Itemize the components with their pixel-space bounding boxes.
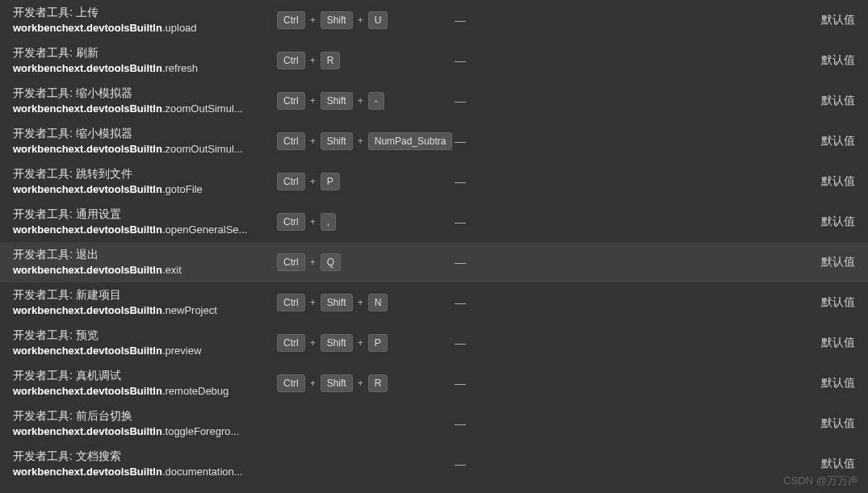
command-column: 开发者工具: 退出workbenchext.devtoolsBuiltIn.ex… bbox=[13, 247, 277, 278]
source-column: 默认值 bbox=[807, 215, 855, 229]
command-column: 开发者工具: 文档搜索workbenchext.devtoolsBuiltIn.… bbox=[13, 449, 277, 479]
command-title: 开发者工具: 跳转到文件 bbox=[13, 166, 277, 182]
shortcut-row[interactable]: 开发者工具: 前后台切换workbenchext.devtoolsBuiltIn… bbox=[0, 403, 868, 444]
command-title: 开发者工具: 缩小模拟器 bbox=[13, 86, 277, 102]
key-badge: Q bbox=[321, 253, 341, 272]
keybinding-column[interactable]: Ctrl+Shift+U bbox=[277, 11, 455, 30]
shortcut-row[interactable]: 开发者工具: 缩小模拟器workbenchext.devtoolsBuiltIn… bbox=[0, 121, 868, 161]
command-id: workbenchext.devtoolsBuiltIn.zoomOutSimu… bbox=[13, 102, 277, 116]
key-badge: Shift bbox=[321, 374, 353, 393]
key-badge: Ctrl bbox=[277, 334, 305, 353]
key-badge: Ctrl bbox=[277, 92, 305, 111]
key-badge: Shift bbox=[321, 294, 353, 312]
shortcut-row[interactable]: 开发者工具: 跳转到文件workbenchext.devtoolsBuiltIn… bbox=[0, 161, 868, 202]
key-separator: + bbox=[308, 257, 317, 268]
key-badge: Ctrl bbox=[277, 253, 305, 272]
keybinding-column[interactable]: Ctrl+, bbox=[277, 213, 455, 232]
shortcut-row[interactable]: 开发者工具: 文档搜索workbenchext.devtoolsBuiltIn.… bbox=[0, 444, 868, 484]
command-id: workbenchext.devtoolsBuiltIn.toggleForeg… bbox=[13, 424, 277, 439]
keybinding-column[interactable]: Ctrl+Shift+N bbox=[277, 294, 455, 312]
when-column: — bbox=[455, 336, 487, 349]
key-badge: NumPad_Subtra bbox=[368, 132, 453, 151]
command-column: 开发者工具: 真机调试workbenchext.devtoolsBuiltIn.… bbox=[13, 368, 277, 399]
source-column: 默认值 bbox=[807, 94, 855, 108]
shortcut-row[interactable]: 开发者工具: 上传workbenchext.devtoolsBuiltIn.up… bbox=[0, 0, 868, 40]
keyboard-shortcuts-list: 开发者工具: 上传workbenchext.devtoolsBuiltIn.up… bbox=[0, 0, 868, 484]
shortcut-row[interactable]: 开发者工具: 退出workbenchext.devtoolsBuiltIn.ex… bbox=[0, 242, 868, 282]
source-column: 默认值 bbox=[807, 376, 855, 391]
command-column: 开发者工具: 上传workbenchext.devtoolsBuiltIn.up… bbox=[13, 5, 277, 36]
key-separator: + bbox=[356, 136, 365, 147]
command-title: 开发者工具: 缩小模拟器 bbox=[13, 126, 277, 142]
when-column: — bbox=[455, 296, 487, 309]
key-separator: + bbox=[356, 297, 365, 308]
when-column: — bbox=[455, 14, 487, 27]
keybinding-column[interactable]: Ctrl+R bbox=[277, 52, 455, 70]
key-separator: + bbox=[308, 136, 317, 147]
when-value: — bbox=[455, 14, 466, 27]
command-title: 开发者工具: 文档搜索 bbox=[13, 449, 277, 465]
key-badge: R bbox=[368, 374, 388, 393]
key-badge: P bbox=[368, 334, 388, 353]
key-badge: Ctrl bbox=[277, 11, 305, 30]
command-title: 开发者工具: 前后台切换 bbox=[13, 408, 277, 424]
key-badge: Shift bbox=[321, 334, 353, 353]
command-id: workbenchext.devtoolsBuiltIn.openGeneral… bbox=[13, 223, 277, 237]
keybinding-column[interactable]: Ctrl+P bbox=[277, 173, 455, 191]
when-column: — bbox=[455, 94, 487, 107]
when-value: — bbox=[455, 336, 466, 349]
shortcut-row[interactable]: 开发者工具: 真机调试workbenchext.devtoolsBuiltIn.… bbox=[0, 363, 868, 403]
when-column: — bbox=[455, 175, 487, 188]
key-badge: R bbox=[321, 52, 341, 70]
command-column: 开发者工具: 预览workbenchext.devtoolsBuiltIn.pr… bbox=[13, 328, 277, 358]
key-separator: + bbox=[356, 15, 365, 26]
when-column: — bbox=[455, 256, 487, 269]
command-id: workbenchext.devtoolsBuiltIn.exit bbox=[13, 263, 277, 278]
key-separator: + bbox=[308, 337, 317, 349]
when-column: — bbox=[455, 215, 487, 228]
command-id: workbenchext.devtoolsBuiltIn.zoomOutSimu… bbox=[13, 142, 277, 157]
when-value: — bbox=[455, 135, 466, 148]
keybinding-column[interactable]: Ctrl+Q bbox=[277, 253, 455, 272]
shortcut-row[interactable]: 开发者工具: 刷新workbenchext.devtoolsBuiltIn.re… bbox=[0, 40, 868, 81]
command-id: workbenchext.devtoolsBuiltIn.preview bbox=[13, 344, 277, 358]
when-column: — bbox=[455, 457, 487, 470]
shortcut-row[interactable]: 开发者工具: 缩小模拟器workbenchext.devtoolsBuiltIn… bbox=[0, 81, 868, 121]
command-title: 开发者工具: 真机调试 bbox=[13, 368, 277, 384]
when-column: — bbox=[455, 377, 487, 390]
key-badge: P bbox=[321, 173, 340, 191]
source-column: 默认值 bbox=[807, 457, 855, 471]
key-badge: Ctrl bbox=[277, 173, 305, 191]
command-id: workbenchext.devtoolsBuiltIn.gotoFile bbox=[13, 182, 277, 197]
command-column: 开发者工具: 跳转到文件workbenchext.devtoolsBuiltIn… bbox=[13, 166, 277, 197]
shortcut-row[interactable]: 开发者工具: 新建项目workbenchext.devtoolsBuiltIn.… bbox=[0, 282, 868, 323]
source-column: 默认值 bbox=[807, 336, 855, 350]
command-column: 开发者工具: 前后台切换workbenchext.devtoolsBuiltIn… bbox=[13, 408, 277, 439]
key-separator: + bbox=[308, 95, 317, 107]
command-title: 开发者工具: 通用设置 bbox=[13, 207, 277, 223]
when-column: — bbox=[455, 417, 487, 430]
command-title: 开发者工具: 新建项目 bbox=[13, 287, 277, 303]
shortcut-row[interactable]: 开发者工具: 预览workbenchext.devtoolsBuiltIn.pr… bbox=[0, 323, 868, 363]
source-column: 默认值 bbox=[807, 174, 855, 189]
source-column: 默认值 bbox=[807, 255, 855, 269]
key-separator: + bbox=[356, 337, 365, 349]
when-value: — bbox=[455, 54, 466, 67]
when-value: — bbox=[455, 256, 466, 269]
command-title: 开发者工具: 上传 bbox=[13, 5, 277, 21]
keybinding-column[interactable]: Ctrl+Shift+R bbox=[277, 374, 455, 393]
when-value: — bbox=[455, 215, 466, 228]
when-column: — bbox=[455, 135, 487, 148]
source-column: 默认值 bbox=[807, 134, 855, 148]
key-badge: Shift bbox=[321, 132, 353, 151]
key-badge: Ctrl bbox=[277, 294, 305, 312]
keybinding-column[interactable]: Ctrl+Shift+- bbox=[277, 92, 455, 111]
when-value: — bbox=[455, 94, 466, 107]
key-badge: - bbox=[368, 92, 384, 111]
keybinding-column[interactable]: Ctrl+Shift+NumPad_Subtra bbox=[277, 132, 455, 151]
keybinding-column[interactable]: Ctrl+Shift+P bbox=[277, 334, 455, 353]
shortcut-row[interactable]: 开发者工具: 通用设置workbenchext.devtoolsBuiltIn.… bbox=[0, 202, 868, 242]
command-id: workbenchext.devtoolsBuiltIn.upload bbox=[13, 21, 277, 36]
key-badge: U bbox=[368, 11, 388, 30]
command-column: 开发者工具: 缩小模拟器workbenchext.devtoolsBuiltIn… bbox=[13, 86, 277, 116]
